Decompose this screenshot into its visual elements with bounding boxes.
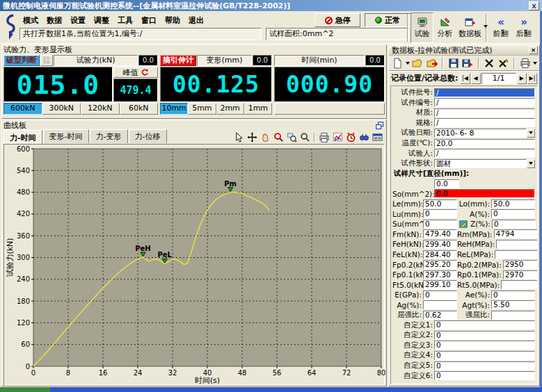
range-button-60kN[interactable]: 60kN (120, 103, 159, 115)
emergency-stop-button[interactable]: 急停 (314, 13, 360, 27)
tab-3[interactable]: 力-变形 (90, 129, 128, 143)
field-value[interactable]: / (434, 98, 535, 107)
calc-icon[interactable] (459, 219, 470, 229)
range-button-2mm[interactable]: 2mm (216, 103, 244, 115)
dropdown-arrow-icon[interactable] (406, 62, 410, 65)
field-value[interactable]: 0 (423, 220, 457, 229)
field-value[interactable]: 297.30 (423, 270, 457, 279)
toolbar-button-4[interactable]: «前翻 (489, 13, 512, 43)
field-value[interactable]: 295.20 (423, 260, 457, 269)
field-value[interactable]: 4794 (494, 229, 538, 238)
field-value[interactable]: 0 (434, 361, 535, 370)
field-value[interactable]: 0 (423, 209, 457, 218)
field-value[interactable]: 0.0 (434, 179, 459, 188)
field-value[interactable]: 299.10 (423, 280, 457, 289)
field-value[interactable]: / (434, 118, 535, 127)
range-button-120kN[interactable]: 120kN (81, 103, 120, 115)
datasheet-tool-delete-all-icon[interactable] (497, 57, 511, 70)
combo-dropdown-button[interactable] (527, 129, 535, 138)
tab-1[interactable]: 力-时间 (3, 130, 42, 144)
field-value[interactable]: 0 (423, 291, 457, 300)
range-button-300kN[interactable]: 300kN (42, 103, 81, 115)
curve-tool-zoom-out-icon[interactable] (298, 131, 311, 143)
field-value[interactable]: / (434, 88, 535, 97)
curve-tool-clock-icon[interactable] (344, 131, 357, 143)
field-value[interactable]: 0 (491, 209, 535, 218)
field-value[interactable]: 0 (492, 220, 536, 229)
tab-4[interactable]: 力-位移 (129, 129, 167, 143)
next-record-button[interactable]: ▶ (517, 73, 527, 84)
field-value[interactable] (501, 280, 538, 289)
menu-item-3[interactable]: 设置 (67, 15, 89, 26)
curve-tool-panel-icon[interactable] (371, 131, 383, 143)
curve-tool-move-icon[interactable] (246, 131, 258, 143)
prev-record-button[interactable]: ◀ (471, 73, 481, 84)
datasheet-tool-delete-icon[interactable] (483, 57, 496, 70)
datasheet-tool-export-icon[interactable] (426, 57, 439, 70)
normal-state-button[interactable]: 正常 (365, 13, 411, 27)
toolbar-button-3[interactable]: 数据板 (456, 13, 484, 43)
menu-item-5[interactable]: 工具 (114, 15, 136, 26)
field-value[interactable]: / (434, 108, 535, 117)
range-button-1mm[interactable]: 1mm (244, 103, 272, 115)
field-value[interactable] (495, 250, 538, 259)
field-value[interactable]: 2950 (503, 260, 538, 269)
menu-item-7[interactable]: 帮助 (161, 15, 184, 26)
refresh-icon[interactable] (141, 68, 149, 76)
field-value[interactable]: 20.0 (434, 139, 535, 148)
field-value[interactable]: 50.0 (423, 199, 457, 209)
force-time-chart[interactable]: 0816243240485664728006012018024030036042… (3, 144, 385, 386)
field-value[interactable]: 284.40 (423, 250, 457, 259)
curve-tool-search-icon[interactable] (358, 131, 370, 143)
toolbar-button-1[interactable]: 试验 (411, 13, 433, 43)
curve-tool-print-icon[interactable] (318, 131, 330, 143)
datasheet-tool-open-icon[interactable] (411, 57, 424, 70)
toolbar-button-5[interactable]: »后翻 (512, 13, 535, 43)
field-value[interactable]: 299.40 (423, 240, 457, 249)
field-value[interactable]: 0 (434, 371, 535, 380)
menu-item-1[interactable]: 模式 (19, 15, 42, 26)
restore-icon[interactable] (375, 122, 385, 130)
field-value[interactable]: 0 (434, 320, 535, 329)
first-record-button[interactable]: |◀ (460, 73, 470, 84)
curve-tool-zoom-area-icon[interactable] (285, 131, 298, 143)
datasheet-tool-save-icon[interactable] (447, 57, 460, 70)
curve-tool-hand-icon[interactable] (259, 131, 271, 143)
break-detect-button[interactable]: 破型判断 (3, 55, 40, 66)
field-value[interactable]: 479.40 (423, 229, 457, 238)
field-value[interactable] (496, 240, 538, 249)
field-value[interactable] (491, 311, 535, 320)
field-value[interactable]: 0 (434, 341, 535, 350)
menu-item-6[interactable]: 窗口 (138, 15, 160, 26)
field-value[interactable]: 2010- 6- 8 (434, 129, 527, 138)
pull-mode-button[interactable]: 拉 (40, 55, 53, 66)
field-value[interactable]: 5.50 (491, 300, 535, 309)
datasheet-tool-print-icon[interactable] (518, 57, 532, 70)
dropdown-arrow-icon[interactable] (533, 62, 537, 65)
field-value[interactable]: 0 (491, 291, 535, 300)
datasheet-tool-saveas-icon[interactable] (461, 57, 475, 70)
combo-dropdown-button[interactable] (527, 159, 535, 168)
range-button-10mm[interactable]: 10mm (160, 103, 188, 115)
tab-2[interactable]: 变形-时间 (43, 129, 89, 143)
window-close-button[interactable]: x (529, 1, 539, 10)
curve-tool-chart-icon[interactable] (331, 131, 344, 143)
field-value[interactable]: 0 (434, 331, 535, 340)
field-value[interactable]: 圆材 (434, 159, 527, 168)
range-button-5mm[interactable]: 5mm (188, 103, 216, 115)
field-value[interactable]: 0.62 (423, 311, 457, 320)
field-value[interactable]: 50.0 (491, 199, 535, 209)
field-value[interactable]: / (434, 149, 535, 158)
range-button-600kN[interactable]: 600kN (3, 103, 42, 115)
field-value[interactable]: 2970 (503, 270, 538, 279)
toolbar-button-2[interactable]: 分析 (433, 13, 456, 43)
datasheet-close-button[interactable]: × (529, 46, 538, 54)
last-record-button[interactable]: ▶| (527, 73, 537, 84)
menu-item-8[interactable]: 退出 (185, 15, 207, 26)
curve-tool-cursor-icon[interactable] (232, 131, 245, 143)
curve-tool-zoom-in-icon[interactable] (272, 131, 285, 143)
field-value[interactable] (423, 300, 457, 309)
menu-item-2[interactable]: 数据 (43, 15, 65, 26)
field-value[interactable]: 0 (434, 351, 535, 360)
datasheet-tool-new-icon[interactable] (391, 57, 404, 70)
